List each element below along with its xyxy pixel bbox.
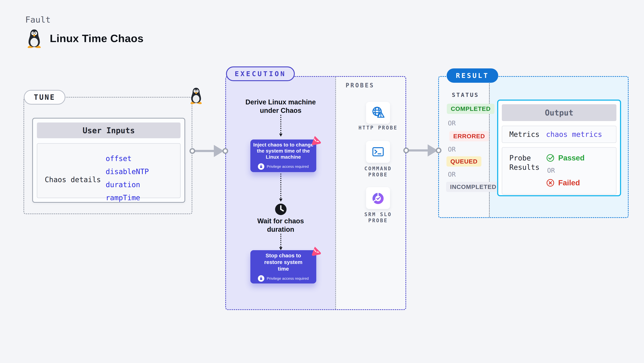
execution-section: Derive Linux machine under Chaos Inject … — [225, 76, 406, 310]
tux-penguin-icon — [26, 29, 42, 48]
fault-kicker: Fault — [25, 15, 50, 24]
privilege-note-row: Privilege access required — [258, 275, 309, 282]
down-arrow — [280, 115, 281, 136]
param-link-disablentp[interactable]: disableNTP — [106, 168, 149, 176]
chaos-details-label: Chaos details — [45, 176, 101, 184]
connector-dot — [190, 148, 195, 154]
user-inputs-header: User Inputs — [37, 122, 180, 138]
chaos-metrics-link[interactable]: chaos metrics — [546, 130, 602, 138]
failed-label: Failed — [558, 178, 580, 187]
passed-label: Passed — [558, 154, 584, 162]
connector-dot — [403, 148, 409, 153]
http-probe-card — [366, 102, 390, 124]
metrics-row: Metrics chaos metrics — [502, 126, 616, 143]
page-title-row: Linux Time Chaos — [26, 29, 144, 48]
connector-dot — [222, 148, 228, 154]
privilege-note: Privilege access required — [267, 276, 309, 280]
check-circle-icon — [546, 154, 555, 162]
stop-chaos-step: Stop chaos to restore system time Privil… — [250, 250, 316, 284]
probe-results-values: Passed OR Failed — [546, 153, 584, 188]
down-arrow — [280, 174, 281, 200]
execution-to-result-arrow — [407, 149, 428, 152]
or-separator: OR — [547, 167, 584, 174]
probes-heading: PROBES — [346, 82, 374, 89]
status-badge-queued: QUEUED — [446, 156, 482, 166]
down-arrow — [280, 234, 281, 249]
metrics-label: Metrics — [502, 130, 546, 139]
connector-dot — [436, 148, 442, 153]
privilege-note: Privilege access required — [267, 164, 309, 169]
tune-pill: TUNE — [24, 90, 65, 104]
status-column: STATUS COMPLETED OR ERRORED OR QUEUED OR… — [439, 77, 490, 217]
http-probe-label: HTTP PROBE — [356, 125, 400, 131]
stop-step-text: Stop chaos to restore system time — [258, 252, 308, 272]
result-pill: RESULT — [447, 68, 498, 83]
probe-results-row: Probe Results Passed OR Failed — [502, 147, 616, 194]
x-circle-icon — [546, 178, 555, 187]
command-probe-card — [366, 141, 390, 163]
user-inputs-body: Chaos details offset disableNTP duration… — [37, 143, 180, 198]
page-title: Linux Time Chaos — [50, 32, 144, 44]
chaos-logo-icon — [310, 134, 322, 146]
execution-pill: EXECUTION — [226, 66, 295, 81]
wait-step-text: Wait for chaos duration — [226, 217, 335, 234]
slo-donut-icon — [371, 191, 385, 205]
globe-alert-icon — [371, 106, 385, 120]
derive-step-text: Derive Linux machine under Chaos — [226, 98, 335, 115]
output-header: Output — [502, 104, 616, 121]
output-card: Output Metrics chaos metrics Probe Resul… — [497, 100, 621, 196]
status-badge-incompleted: INCOMPLETED — [446, 182, 500, 192]
lock-icon — [258, 275, 264, 282]
or-separator: OR — [448, 146, 456, 153]
status-badge-completed: COMPLETED — [447, 104, 494, 114]
terminal-icon — [371, 145, 385, 159]
param-link-offset[interactable]: offset — [106, 154, 149, 162]
probe-results-label: Probe Results — [502, 153, 546, 172]
param-list: offset disableNTP duration rampTime — [106, 154, 149, 202]
result-section: STATUS COMPLETED OR ERRORED OR QUEUED OR… — [438, 76, 628, 218]
chaos-logo-icon — [310, 245, 322, 257]
failed-item: Failed — [546, 178, 584, 188]
inject-chaos-step: Inject chaos to to change the system tim… — [250, 140, 316, 172]
param-link-ramptime[interactable]: rampTime — [106, 194, 149, 202]
tune-to-execution-arrow — [194, 150, 214, 152]
or-separator: OR — [448, 171, 456, 178]
status-heading: STATUS — [452, 92, 479, 98]
user-inputs-card: User Inputs Chaos details offset disable… — [32, 118, 185, 203]
privilege-note-row: Privilege access required — [258, 163, 309, 170]
tux-penguin-icon — [189, 86, 203, 104]
lock-icon — [258, 163, 264, 170]
or-separator: OR — [448, 120, 456, 127]
srm-slo-probe-label: SRM SLO PROBE — [356, 212, 400, 224]
clock-icon — [275, 203, 287, 216]
inject-step-text: Inject chaos to to change the system tim… — [253, 142, 314, 160]
status-badge-errored: ERRORED — [449, 131, 489, 141]
param-link-duration[interactable]: duration — [106, 180, 149, 189]
srm-slo-probe-card — [366, 187, 390, 209]
passed-item: Passed — [546, 153, 584, 162]
command-probe-label: COMMAND PROBE — [356, 166, 400, 178]
